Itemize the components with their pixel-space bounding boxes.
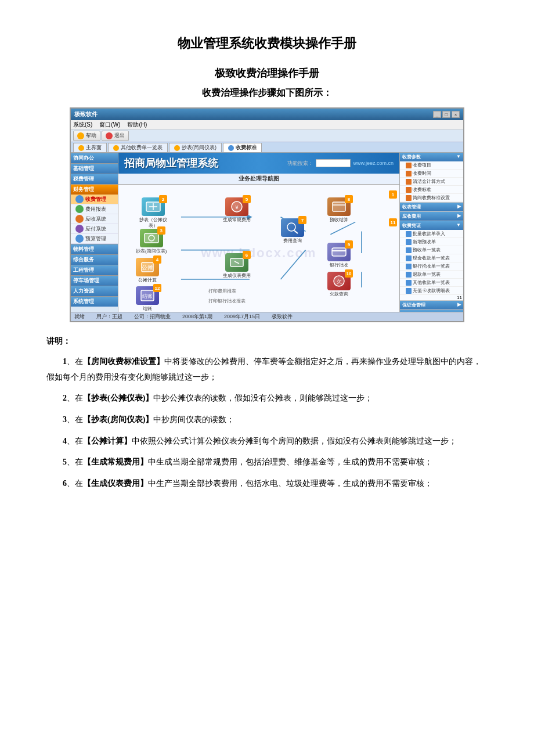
rp-receivable-toggle: ▶ (457, 213, 461, 219)
rp-item-refund-list[interactable]: 退款单一览表 (400, 271, 463, 279)
workflow-node-8[interactable]: 8 预收结算 (327, 197, 351, 223)
svg-line-4 (281, 250, 306, 279)
doc-para-4: 4、在【公摊计算】中依照公摊公式计算公摊仪表分摊到每个房间的数据，假如没有公摊表… (46, 434, 488, 449)
status-ready: 就绪 (74, 313, 85, 321)
sidebar-item-budget[interactable]: 预算管理 (71, 234, 118, 244)
status-period: 2008年第1期 (182, 313, 212, 321)
search-input[interactable] (316, 159, 351, 167)
doc-para-1: 1、在【房间收费标准设置】中将要修改的公摊费用、停车费等金额指定好之后，再来操作… (46, 354, 488, 385)
node-num-9: 9 (345, 240, 353, 249)
svg-rect-23 (332, 248, 346, 256)
workflow-node-6[interactable]: 6 生成仪表费用 (223, 253, 251, 279)
rp-item-prepay-list[interactable]: 预收单一览表 (400, 246, 463, 254)
doc-para-2: 2、在【抄表(公摊仪表)】中抄公摊仪表的读数，假如没有公摊表，则能够跳过这一步； (46, 391, 488, 406)
sidebar-group-cooperative[interactable]: 协同办公 (71, 153, 118, 163)
url-label: www.jeez.com.cn (353, 160, 394, 166)
node-label-3: 抄表(简间仪表) (136, 249, 167, 254)
para-2-num: 2 (63, 394, 67, 402)
rp-item-recharge-detail[interactable]: 充值卡收款明细表 (400, 287, 463, 295)
sidebar-item-fee-report[interactable]: 费用报表 (71, 204, 118, 214)
para-6-num: 6 (63, 479, 67, 488)
help-label: 帮助 (86, 132, 96, 139)
workflow-node-5[interactable]: ¥ 5 生成常规费用 (223, 197, 251, 223)
doc-para-3: 3、在【抄表(房间仪表)】中抄房间仪表的读数； (46, 412, 488, 428)
sidebar-group-system[interactable]: 系统管理 (71, 296, 118, 307)
para-5-highlight: 【生成常规费用】 (83, 458, 148, 466)
menu-window[interactable]: 窗口(W) (99, 121, 120, 129)
sidebar-group-basic[interactable]: 基础管理 (71, 163, 118, 174)
close-btn[interactable]: × (452, 111, 460, 118)
rp-fee-voucher-toggle: ▼ (456, 222, 461, 229)
tab-fee-standard[interactable]: 收费标准 (223, 143, 262, 152)
rp-group-title-deposit[interactable]: 保证金管理 ▶ (400, 301, 463, 309)
menu-system[interactable]: 系统(S) (73, 121, 92, 129)
rp-group-fee-voucher: 收费凭证 ▼ 批量收款单录入 新增预收单 预收单一览表 现金收款单一览表 银行托… (400, 221, 463, 301)
tab-fee-list[interactable]: 其他收费单一览表 (108, 143, 168, 152)
rp-group-title-fee-params[interactable]: 收费参数 ▼ (400, 153, 463, 161)
window-titlebar: 极致软件 _ □ × (71, 109, 463, 120)
toolbar: 帮助 退出 (71, 129, 463, 142)
para-4-num: 4 (63, 437, 67, 445)
tab-home[interactable]: 主界面 (73, 143, 107, 152)
main-body: 招商局物业管理系统 功能搜索： www.jeez.com.cn 业务处理导航图 … (118, 153, 463, 321)
sidebar-group-tax[interactable]: 税费管理 (71, 174, 118, 184)
rp-item-new-prepay[interactable]: 新增预收单 (400, 238, 463, 246)
sidebar-group-hr[interactable]: 人力资源 (71, 286, 118, 296)
menu-help[interactable]: 帮助(H) (127, 121, 147, 129)
svg-line-20 (294, 231, 298, 233)
svg-rect-21 (333, 202, 345, 211)
main-content: 协同办公 基础管理 税费管理 财务管理 收费管理 费用报表 应收系统 应付系统 … (71, 153, 463, 321)
main-title: 物业管理系统收费模块操作手册 (46, 35, 488, 52)
window-title: 极致软件 (74, 110, 98, 118)
workflow-node-10[interactable]: 欠 10 欠款查询 (327, 272, 351, 297)
minimize-btn[interactable]: _ (433, 111, 441, 118)
rp-group-title-meter[interactable]: 收表管理 ▶ (400, 203, 463, 211)
rp-item-fee-time[interactable]: 收费时间 (400, 170, 463, 178)
sidebar-group-materials[interactable]: 物料管理 (71, 244, 118, 254)
rp-item-cash-list[interactable]: 现金收款单一览表 (400, 254, 463, 262)
workflow-node-12[interactable]: 结账 12 结账 (136, 286, 159, 312)
exit-button[interactable]: 退出 (102, 131, 129, 141)
svg-point-19 (287, 223, 295, 231)
node-num-10: 10 (345, 269, 353, 278)
rp-item-batch-entry[interactable]: 批量收款单录入 (400, 230, 463, 238)
rp-item-other-list[interactable]: 其他收款单一览表 (400, 279, 463, 287)
node-num-7: 7 (298, 216, 306, 224)
workflow-node-4[interactable]: 公摊 4 公摊计算 (136, 258, 159, 283)
status-date: 2009年7月15日 (224, 313, 260, 321)
workflow-node-2[interactable]: 2 抄表（公摊仪表） (136, 197, 171, 228)
sidebar-group-engineering[interactable]: 工程管理 (71, 265, 118, 275)
workflow-node-7[interactable]: 7 费用查询 (281, 218, 304, 244)
sidebar-item-payable[interactable]: 应付系统 (71, 224, 118, 234)
exit-label: 退出 (114, 132, 125, 139)
rp-item-calc-method[interactable]: 清洁金计算方式 (400, 178, 463, 186)
doc-note: 讲明： (46, 334, 488, 348)
svg-text:¥: ¥ (234, 204, 239, 210)
para-6-highlight: 【生成仪表费用】 (83, 479, 148, 488)
node-num-2: 2 (159, 195, 167, 203)
rp-group-deposit: 保证金管理 ▶ (400, 301, 463, 310)
workflow-node-9[interactable]: 9 银行批收 (327, 243, 351, 268)
maximize-btn[interactable]: □ (442, 111, 450, 118)
node-num-12: 12 (153, 284, 161, 292)
rp-group-title-receivable[interactable]: 应收费用 ▶ (400, 212, 463, 221)
rp-item-fee-project[interactable]: 收费项目 (400, 161, 463, 170)
window-controls: _ □ × (433, 111, 460, 118)
svg-line-5 (330, 222, 355, 234)
sidebar-item-receivable[interactable]: 应收系统 (71, 214, 118, 224)
node-label-7: 费用查询 (283, 238, 302, 244)
rp-fee-params-label: 收费参数 (402, 154, 421, 160)
sidebar-group-finance[interactable]: 财务管理 (71, 184, 118, 195)
rp-item-room-fee-std[interactable]: 简间收费标准设置 (400, 194, 463, 202)
rp-group-title-fee-voucher[interactable]: 收费凭证 ▼ (400, 221, 463, 230)
workflow-node-3[interactable]: 3 抄表(简间仪表) (136, 229, 167, 254)
rp-item-fee-standard[interactable]: 收费标准 (400, 186, 463, 194)
sidebar-group-general[interactable]: 综合服务 (71, 254, 118, 265)
system-header: 招商局物业管理系统 功能搜索： www.jeez.com.cn (118, 153, 399, 174)
tab-meter-reading[interactable]: 抄表(简间仪表) (169, 143, 222, 152)
para-3-num: 3 (63, 415, 67, 424)
rp-item-bank-list[interactable]: 银行托收单一览表 (400, 262, 463, 271)
sidebar-item-fee-mgmt[interactable]: 收费管理 (71, 195, 118, 204)
help-button[interactable]: 帮助 (73, 131, 100, 141)
sidebar-group-parking[interactable]: 停车场管理 (71, 275, 118, 286)
